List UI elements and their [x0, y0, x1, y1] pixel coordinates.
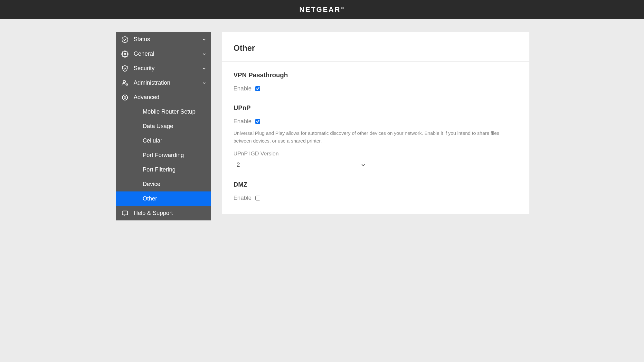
sidebar-item-status[interactable]: Status: [116, 32, 211, 47]
dmz-enable-label: Enable: [233, 195, 251, 201]
section-dmz: DMZ Enable: [222, 171, 529, 201]
sidebar-item-security[interactable]: Security: [116, 61, 211, 76]
chevron-down-icon: [202, 52, 206, 56]
sidebar-item-label: Help & Support: [134, 210, 206, 217]
sidebar-subitem-mobile-router-setup[interactable]: Mobile Router Setup: [116, 105, 211, 119]
registered-mark: ®: [341, 6, 345, 10]
upnp-enable-row: Enable: [233, 118, 518, 125]
vpn-heading: VPN Passthrough: [233, 71, 518, 79]
svg-point-3: [126, 84, 127, 85]
sidebar-subitem-label: Device: [143, 181, 160, 188]
dmz-heading: DMZ: [233, 181, 518, 188]
sidebar-subitem-port-filtering[interactable]: Port Filtering: [116, 162, 211, 177]
page-title: Other: [222, 32, 529, 62]
section-upnp: UPnP Enable Universal Plug and Play allo…: [222, 95, 529, 171]
sidebar-item-label: Advanced: [134, 94, 206, 101]
dmz-enable-checkbox[interactable]: [255, 196, 260, 200]
dmz-enable-row: Enable: [233, 195, 518, 201]
svg-point-0: [122, 36, 128, 42]
sidebar-item-general[interactable]: General: [116, 47, 211, 61]
brand-logo: NETGEAR®: [299, 5, 345, 14]
main-container: Status General Security: [114, 19, 530, 220]
chevron-down-icon: [202, 81, 206, 85]
sidebar-subitem-cellular[interactable]: Cellular: [116, 134, 211, 148]
upnp-igd-label: UPnP IGD Version: [233, 151, 518, 157]
content-panel: Other VPN Passthrough Enable UPnP Enable…: [222, 32, 529, 214]
sidebar-item-label: Status: [134, 36, 202, 43]
sidebar-subitem-label: Port Forwarding: [143, 152, 184, 159]
chevron-down-icon: [202, 37, 206, 42]
gear-icon: [121, 51, 129, 58]
sidebar-subitem-port-forwarding[interactable]: Port Forwarding: [116, 148, 211, 162]
sidebar-item-label: General: [134, 51, 202, 57]
sidebar-item-administration[interactable]: Administration: [116, 76, 211, 90]
upnp-igd-select[interactable]: 2: [233, 159, 369, 171]
upnp-description: Universal Plug and Play allows for autom…: [233, 129, 518, 145]
sidebar-subitem-label: Port Filtering: [143, 166, 175, 173]
shield-icon: [121, 65, 129, 72]
svg-point-2: [123, 80, 126, 82]
upnp-enable-checkbox[interactable]: [255, 119, 260, 124]
chevron-down-icon: [202, 66, 206, 71]
vpn-enable-label: Enable: [233, 85, 251, 92]
status-icon: [121, 36, 129, 43]
brand-text: NETGEAR: [299, 5, 341, 14]
upnp-enable-label: Enable: [233, 118, 251, 125]
chat-icon: [121, 210, 129, 217]
sidebar-subitem-label: Data Usage: [143, 123, 173, 130]
upnp-igd-value: 2: [237, 162, 360, 168]
sidebar: Status General Security: [116, 32, 211, 220]
sidebar-subitem-data-usage[interactable]: Data Usage: [116, 119, 211, 134]
chevron-down-icon: [360, 162, 366, 168]
sidebar-item-advanced[interactable]: Advanced: [116, 90, 211, 105]
sidebar-item-label: Security: [134, 65, 202, 72]
sidebar-subitem-other[interactable]: Other: [116, 191, 211, 206]
admin-icon: [121, 79, 129, 87]
sidebar-subitem-label: Cellular: [143, 137, 162, 144]
section-vpn-passthrough: VPN Passthrough Enable: [222, 62, 529, 92]
sidebar-item-label: Administration: [134, 79, 202, 86]
sidebar-subitem-label: Mobile Router Setup: [143, 108, 195, 115]
svg-point-4: [124, 97, 126, 98]
sidebar-subitem-label: Other: [143, 195, 157, 202]
sidebar-subitem-device[interactable]: Device: [116, 177, 211, 191]
svg-point-1: [124, 53, 126, 55]
vpn-enable-checkbox[interactable]: [255, 86, 260, 91]
advanced-icon: [121, 94, 129, 101]
app-header: NETGEAR®: [0, 0, 644, 19]
sidebar-item-help-support[interactable]: Help & Support: [116, 206, 211, 220]
vpn-enable-row: Enable: [233, 85, 518, 92]
upnp-heading: UPnP: [233, 104, 518, 112]
